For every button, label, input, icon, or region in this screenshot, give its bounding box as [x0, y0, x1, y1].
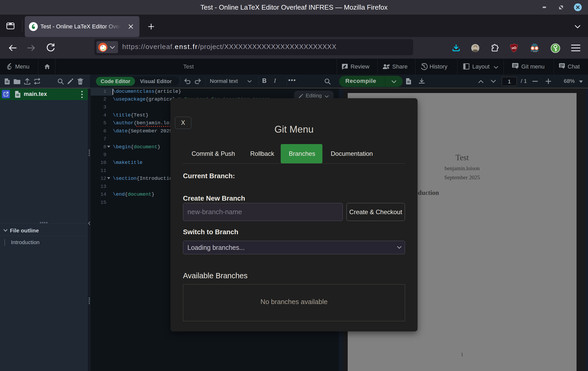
svg-text:uO: uO [512, 46, 516, 50]
